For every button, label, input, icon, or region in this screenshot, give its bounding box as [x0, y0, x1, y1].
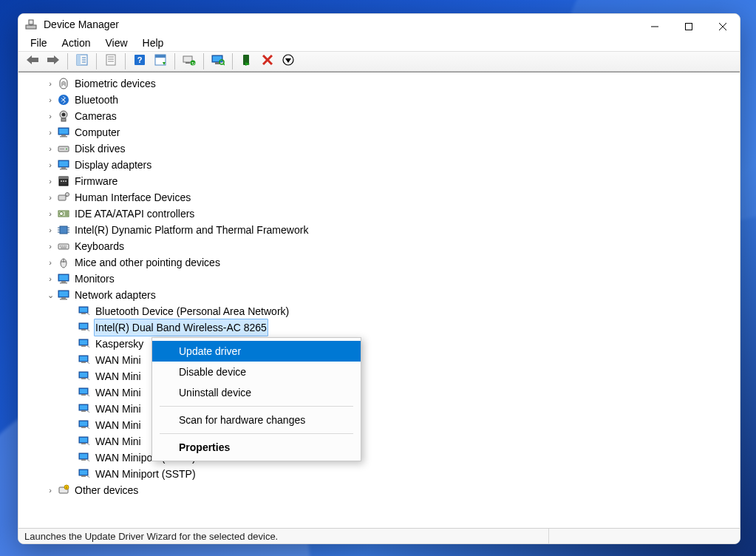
svg-rect-108 [81, 394, 86, 396]
disable-device-button[interactable] [279, 52, 298, 71]
svg-rect-10 [77, 55, 81, 65]
tree-item-label: WAN Mini [94, 401, 143, 417]
tree-item[interactable]: WAN Miniport (SSTP) [24, 466, 740, 482]
expand-icon[interactable]: › [45, 157, 55, 173]
tree-item[interactable]: ⌄Network adapters [24, 287, 740, 303]
help-button[interactable]: ? [130, 52, 149, 71]
scan-hardware-button[interactable] [208, 52, 228, 71]
tree-item[interactable]: ›Cameras [24, 108, 740, 124]
svg-rect-77 [64, 245, 65, 247]
expand-icon[interactable]: › [45, 482, 55, 498]
back-button[interactable] [23, 52, 42, 71]
tree-item[interactable]: WAN Mini [24, 352, 740, 368]
expand-icon[interactable]: › [45, 75, 55, 92]
menu-view[interactable]: View [98, 35, 134, 51]
svg-rect-59 [58, 195, 66, 200]
forward-button[interactable] [44, 52, 63, 71]
expand-icon[interactable]: › [45, 254, 55, 271]
monitor-icon [57, 158, 70, 172]
expand-icon[interactable]: › [45, 238, 55, 254]
svg-rect-101 [80, 356, 87, 361]
tree-item[interactable]: ›Human Interface Devices [24, 189, 740, 206]
svg-rect-89 [61, 297, 66, 299]
enable-device-button[interactable] [237, 52, 256, 71]
expand-icon[interactable]: › [45, 92, 55, 108]
tree-item[interactable]: ›Monitors [24, 271, 740, 287]
svg-rect-42 [61, 118, 66, 121]
collapse-icon[interactable]: ⌄ [45, 287, 55, 303]
expand-icon[interactable]: › [45, 140, 55, 157]
monitor-icon [57, 126, 70, 139]
svg-text:!: ! [66, 485, 67, 489]
svg-rect-75 [60, 245, 61, 247]
tree-item[interactable]: WAN Mini [24, 368, 740, 384]
tree-item-label: Mice and other pointing devices [73, 254, 222, 271]
tree-item[interactable]: ›Disk drives [24, 140, 740, 157]
svg-rect-95 [80, 324, 87, 328]
menu-file[interactable]: File [23, 35, 55, 51]
svg-rect-99 [81, 345, 86, 347]
update-driver-button[interactable]: ↻ [180, 52, 199, 71]
statusbar-text: Launches the Update Driver Wizard for th… [23, 529, 549, 543]
svg-rect-104 [80, 373, 87, 377]
menu-action[interactable]: Action [55, 35, 98, 51]
disk-icon [57, 142, 70, 155]
svg-rect-53 [60, 169, 67, 170]
tree-item-label: Bluetooth Device (Personal Area Network) [94, 303, 290, 319]
tree-item-label: Computer [73, 124, 121, 140]
context-menu-item[interactable]: Properties [152, 437, 361, 458]
device-tree[interactable]: ›Biometric devices›Bluetooth›Cameras›Com… [18, 72, 740, 528]
other-icon: ! [57, 484, 70, 497]
tree-item-label: WAN Mini [94, 352, 143, 368]
expand-icon[interactable]: › [45, 206, 55, 222]
tree-item[interactable]: ›Computer [24, 124, 740, 140]
uninstall-device-button[interactable] [258, 52, 277, 71]
context-menu-item[interactable]: Disable device [152, 362, 361, 382]
tree-item[interactable]: WAN Mini [24, 417, 740, 433]
expand-icon[interactable]: › [45, 173, 55, 189]
tree-item[interactable]: WAN Miniport (PPTP) [24, 450, 740, 466]
tree-item[interactable]: ›!Other devices [24, 482, 740, 498]
tree-item[interactable]: ›Biometric devices [24, 75, 740, 92]
svg-rect-38 [60, 78, 67, 89]
svg-point-48 [66, 148, 67, 149]
tree-item[interactable]: ›Display adapters [24, 157, 740, 173]
tree-item[interactable]: Intel(R) Dual Band Wireless-AC 8265 [24, 319, 740, 336]
context-menu-item[interactable]: Scan for hardware changes [152, 410, 361, 430]
close-button[interactable] [706, 14, 740, 39]
svg-rect-84 [59, 275, 68, 280]
maximize-button[interactable] [672, 14, 706, 39]
tree-item-label: IDE ATA/ATAPI controllers [73, 206, 196, 222]
svg-rect-102 [81, 362, 86, 363]
mouse-icon [57, 256, 70, 269]
expand-icon[interactable]: › [45, 222, 55, 238]
tree-item[interactable]: ›Intel(R) Dynamic Platform and Thermal F… [24, 222, 740, 238]
tree-item[interactable]: Bluetooth Device (Personal Area Network) [24, 303, 740, 319]
tree-item-label: Kaspersky [94, 336, 145, 352]
tree-item[interactable]: WAN Mini [24, 433, 740, 450]
expand-icon[interactable]: › [45, 108, 55, 124]
minimize-button[interactable] [638, 14, 672, 39]
svg-rect-114 [81, 427, 86, 428]
context-menu-item[interactable]: Update driver [152, 341, 361, 362]
expand-icon[interactable]: › [45, 189, 55, 206]
tree-item[interactable]: ›Firmware [24, 173, 740, 189]
context-menu-item[interactable]: Uninstall device [152, 382, 361, 403]
svg-rect-21 [155, 55, 166, 58]
action-button[interactable] [151, 52, 170, 71]
properties-button[interactable] [101, 52, 120, 71]
device-manager-window: Device Manager File Action View Help [18, 13, 740, 544]
tree-item[interactable]: WAN Mini [24, 401, 740, 417]
netadapter-icon [78, 321, 91, 334]
tree-item[interactable]: Kaspersky [24, 336, 740, 352]
tree-item[interactable]: WAN Mini [24, 384, 740, 401]
expand-icon[interactable]: › [45, 271, 55, 287]
svg-rect-120 [81, 459, 86, 461]
expand-icon[interactable]: › [45, 124, 55, 140]
tree-item[interactable]: ›Keyboards [24, 238, 740, 254]
tree-item[interactable]: ›Mice and other pointing devices [24, 254, 740, 271]
tree-item[interactable]: ›Bluetooth [24, 92, 740, 108]
tree-item[interactable]: ›IDE ATA/ATAPI controllers [24, 206, 740, 222]
show-hide-tree-button[interactable] [72, 52, 92, 71]
menu-help[interactable]: Help [135, 35, 171, 51]
